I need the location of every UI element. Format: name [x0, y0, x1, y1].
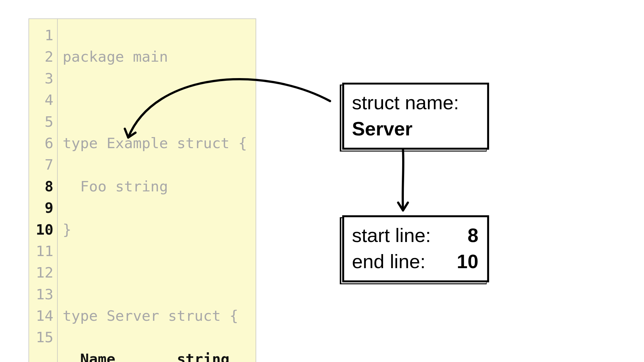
code-line: type Server struct { — [63, 305, 247, 327]
struct-name-box: struct name: Server — [342, 82, 489, 149]
line-number: 7 — [36, 154, 53, 176]
end-line-value: 10 — [457, 248, 479, 275]
line-number: 13 — [36, 284, 53, 305]
line-number: 15 — [36, 327, 53, 348]
line-number: 2 — [36, 46, 53, 68]
line-number-gutter: 1 2 3 4 5 6 7 8 9 10 11 12 13 14 15 — [29, 19, 58, 362]
line-number: 11 — [36, 241, 53, 262]
line-number: 4 — [36, 89, 53, 111]
line-number: 5 — [36, 111, 53, 132]
line-number: 6 — [36, 133, 53, 154]
line-number: 3 — [36, 68, 53, 89]
code-line — [63, 89, 247, 111]
line-number: 8 — [36, 176, 53, 197]
code-content: package main type Example struct { Foo s… — [58, 19, 256, 362]
start-line-label: start line: — [352, 222, 431, 248]
code-line — [63, 262, 247, 284]
struct-name-value: Server — [352, 116, 478, 142]
arrow-between-boxes-icon — [403, 150, 404, 210]
code-line: } — [63, 219, 247, 240]
diagram-stage: 1 2 3 4 5 6 7 8 9 10 11 12 13 14 15 pack… — [29, 18, 256, 362]
start-line-value: 8 — [468, 222, 478, 248]
code-line: Name string — [63, 348, 247, 362]
code-line: Foo string — [63, 176, 247, 197]
code-line: type Example struct { — [63, 133, 247, 154]
line-range-box: start line: 8 end line: 10 — [342, 215, 489, 282]
end-line-label: end line: — [352, 248, 425, 275]
line-number: 9 — [36, 197, 53, 219]
line-number: 10 — [36, 219, 53, 240]
struct-name-label: struct name: — [352, 89, 478, 116]
arrowhead-icon — [398, 203, 408, 210]
line-number: 1 — [36, 25, 53, 46]
code-line: package main — [63, 46, 247, 68]
line-number: 14 — [36, 305, 53, 327]
line-number: 12 — [36, 262, 53, 284]
code-block: 1 2 3 4 5 6 7 8 9 10 11 12 13 14 15 pack… — [29, 18, 256, 362]
